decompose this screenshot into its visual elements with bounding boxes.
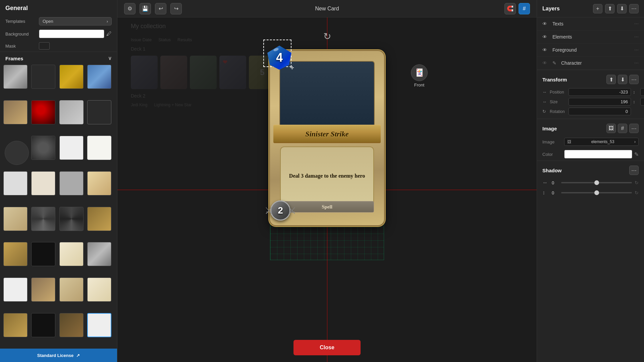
transform-export-btn[interactable]: ⬇ — [618, 75, 627, 84]
frame-thumb-30[interactable] — [31, 313, 55, 337]
frame-thumb-23[interactable] — [59, 242, 84, 266]
card-wrapper[interactable]: ↻ ✛ 4 Sinister Strike — [270, 51, 384, 225]
frame-thumb-6[interactable] — [31, 100, 55, 124]
frame-thumb-9[interactable] — [5, 141, 29, 165]
layer-foreground-visible-icon[interactable]: 👁 — [542, 47, 549, 53]
frame-thumb-22[interactable] — [31, 242, 55, 266]
layer-visible-icon[interactable]: 👁 — [542, 21, 549, 26]
frame-thumb-27[interactable] — [59, 278, 84, 302]
close-button[interactable]: Close — [293, 340, 361, 355]
canvas-container[interactable]: My collection Issue Date Status Results … — [117, 17, 537, 362]
attack-area: ⚔ 2 ⚔ — [265, 200, 296, 221]
add-layer-button[interactable]: + — [593, 4, 602, 13]
frame-thumb-15[interactable] — [59, 171, 84, 195]
transform-actions: ⬆ ⬇ ⋯ — [606, 75, 639, 84]
magnet-button[interactable]: 🧲 — [504, 3, 516, 14]
frame-thumb-2[interactable] — [31, 65, 55, 89]
size-w-input[interactable] — [569, 98, 631, 106]
color-swatch[interactable] — [564, 150, 632, 159]
layer-elements-visible-icon[interactable]: 👁 — [542, 34, 549, 40]
transform-import-btn[interactable]: ⬆ — [606, 75, 616, 84]
image-file-row: Image 🖼 elements_53 › — [537, 136, 644, 148]
shadow-v-slider[interactable] — [561, 192, 632, 193]
position-x-input[interactable] — [569, 88, 631, 96]
templates-open-button[interactable]: Open › — [39, 17, 112, 25]
rotation-input[interactable] — [569, 108, 631, 115]
frame-thumb-3[interactable] — [59, 65, 84, 89]
frame-thumb-19[interactable] — [59, 207, 84, 231]
frame-thumb-32[interactable] — [87, 313, 111, 337]
layers-more-button[interactable]: ⋯ — [629, 4, 639, 13]
layer-item-foreground[interactable]: 👁 Foreground ··· — [537, 44, 644, 57]
frame-thumb-29[interactable] — [3, 313, 28, 337]
frame-thumb-4[interactable] — [87, 65, 111, 89]
settings-button[interactable]: ⚙ — [124, 3, 136, 14]
shadow-v-thumb[interactable] — [594, 190, 599, 195]
frame-thumb-16[interactable] — [87, 171, 111, 195]
layer-character-more[interactable]: ··· — [634, 60, 639, 66]
image-import-btn[interactable]: 🖼 — [606, 124, 616, 133]
layer-foreground-more[interactable]: ··· — [634, 47, 639, 53]
image-title: Image — [542, 126, 557, 131]
background-color-swatch[interactable] — [39, 29, 104, 38]
image-selector-button[interactable]: 🖼 elements_53 › — [564, 138, 639, 146]
eyedropper-icon[interactable]: 🖊 — [106, 31, 112, 37]
external-link-icon: ↗ — [76, 353, 80, 358]
color-edit-icon[interactable]: ✎ — [634, 151, 639, 158]
card[interactable]: ✛ 4 Sinister Strike Deal 3 damage to the… — [270, 51, 384, 225]
front-button[interactable]: 🃏 Front — [411, 64, 428, 87]
layer-item-texts[interactable]: 👁 Texts ··· — [537, 17, 644, 31]
redo-button[interactable]: ↪ — [170, 3, 182, 14]
layer-texts-more[interactable]: ··· — [634, 21, 639, 27]
frame-thumb-13[interactable] — [3, 171, 28, 195]
size-h-input[interactable] — [640, 98, 644, 106]
layer-elements-more[interactable]: ··· — [634, 34, 639, 40]
frame-thumb-17[interactable] — [3, 207, 28, 231]
import-layer-button[interactable]: ⬆ — [605, 4, 614, 13]
frame-thumb-12[interactable] — [87, 136, 111, 160]
frame-thumb-7[interactable] — [59, 100, 84, 124]
export-layer-button[interactable]: ⬇ — [617, 4, 627, 13]
frame-thumb-24[interactable] — [87, 242, 111, 266]
shadow-h-thumb[interactable] — [594, 180, 599, 185]
frame-thumb-25[interactable] — [3, 278, 28, 302]
mana-crystal[interactable]: ✛ 4 — [267, 46, 294, 72]
transform-more-btn[interactable]: ⋯ — [629, 75, 639, 84]
frame-thumb-5[interactable] — [3, 100, 28, 124]
undo-button[interactable]: ↩ — [155, 3, 166, 14]
frame-thumb-1[interactable] — [3, 65, 28, 89]
grid-button[interactable]: # — [519, 3, 530, 14]
frame-thumb-18[interactable] — [31, 207, 55, 231]
card-refresh-icon[interactable]: ↻ — [323, 31, 331, 42]
image-more-btn[interactable]: ⋯ — [629, 124, 639, 133]
frame-thumb-8[interactable] — [87, 100, 111, 124]
frame-thumb-26[interactable] — [31, 278, 55, 302]
layer-item-character[interactable]: 👁 ✎ Character ··· — [537, 57, 644, 70]
frame-thumb-14[interactable] — [31, 171, 55, 195]
frame-thumb-28[interactable] — [87, 278, 111, 302]
save-button[interactable]: 💾 — [140, 3, 151, 14]
image-grid-btn[interactable]: # — [618, 124, 627, 133]
mana-gem[interactable]: 4 — [267, 46, 291, 70]
shadow-v-reset-icon[interactable]: ↻ — [635, 190, 639, 195]
left-panel: General Templates Open › Background 🖊 Ma… — [0, 0, 117, 362]
size-v-icon: ↕ — [633, 99, 638, 104]
shadow-more-btn[interactable]: ⋯ — [629, 166, 639, 175]
transform-title: Transform — [542, 77, 567, 82]
mask-swatch[interactable] — [39, 42, 50, 50]
frames-collapse-icon[interactable]: ∨ — [108, 55, 112, 61]
layer-item-elements[interactable]: 👁 Elements ··· — [537, 31, 644, 44]
frame-thumb-10[interactable] — [31, 136, 55, 160]
position-y-input[interactable] — [640, 88, 644, 96]
frame-thumb-31[interactable] — [59, 313, 84, 337]
frame-thumb-21[interactable] — [3, 242, 28, 266]
frame-thumb-11[interactable] — [59, 136, 84, 160]
frame-thumb-20[interactable] — [87, 207, 111, 231]
layer-character-visible-icon[interactable]: 👁 — [542, 60, 549, 66]
size-h-row: ↕ — [633, 98, 644, 106]
shadow-h-reset-icon[interactable]: ↻ — [635, 180, 639, 185]
shadow-h-slider[interactable] — [561, 182, 632, 183]
license-bar[interactable]: Standard License ↗ — [0, 349, 117, 362]
mask-label: Mask — [5, 44, 36, 49]
save-icon: 💾 — [142, 5, 149, 12]
